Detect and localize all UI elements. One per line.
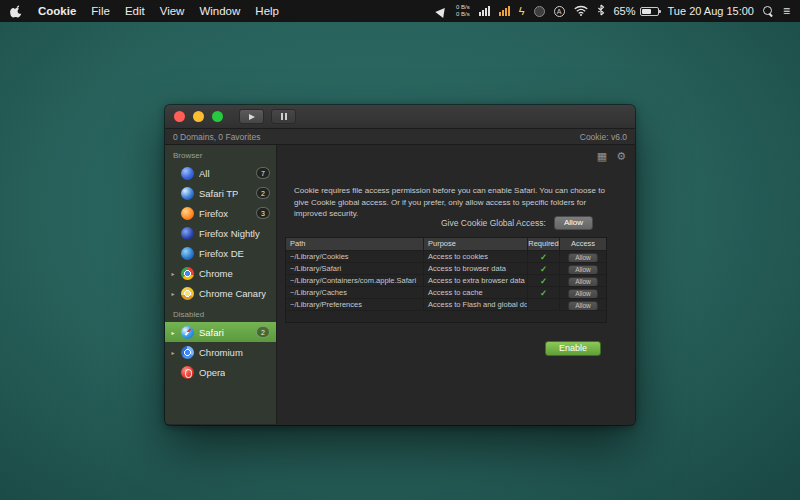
power-bolt-icon[interactable]: ϟ (519, 6, 525, 16)
row-allow-button[interactable]: Allow (568, 253, 598, 263)
cookie-app-window: 0 Domains, 0 Favorites Cookie: v6.0 Brow… (165, 105, 635, 425)
sidebar-item-firefox[interactable]: Firefox 3 (165, 203, 276, 223)
network-speed-indicator[interactable]: 0 B/s 0 B/s (456, 4, 470, 18)
disclosure-icon[interactable]: ▸ (170, 349, 176, 356)
menubar-clock[interactable]: Tue 20 Aug 15:00 (668, 5, 754, 17)
close-button[interactable] (174, 111, 185, 122)
path-cell: ~/Library/Safari (286, 263, 424, 274)
sidebar-item-all[interactable]: All 7 (165, 163, 276, 183)
menu-window[interactable]: Window (199, 5, 240, 17)
minimize-button[interactable] (193, 111, 204, 122)
sidebar-item-firefox-de[interactable]: Firefox DE (165, 243, 276, 263)
sidebar-item-safari-tp[interactable]: Safari TP 2 (165, 183, 276, 203)
purpose-cell: Access to extra browser data (424, 275, 528, 286)
pause-button[interactable] (271, 109, 296, 124)
location-services-icon[interactable] (435, 4, 448, 17)
column-header-purpose: Purpose (424, 238, 528, 250)
sidebar-item-firefox-nightly[interactable]: Firefox Nightly (165, 223, 276, 243)
pause-icon (281, 113, 287, 120)
row-allow-button[interactable]: Allow (568, 289, 598, 299)
network-up-speed: 0 B/s (456, 4, 470, 11)
window-statusbar: 0 Domains, 0 Favorites Cookie: v6.0 (165, 129, 635, 145)
chromium-icon (181, 346, 194, 359)
menu-edit[interactable]: Edit (125, 5, 145, 17)
table-view-icon[interactable]: ▦ (597, 150, 607, 163)
apple-menu-icon[interactable] (10, 4, 23, 18)
required-check-icon: ✓ (528, 263, 560, 274)
firefox-icon (181, 207, 194, 220)
sidebar-section-disabled: Disabled (165, 307, 276, 322)
zoom-button[interactable] (212, 111, 223, 122)
sidebar-item-opera[interactable]: Opera (165, 362, 276, 382)
sidebar-item-chrome[interactable]: ▸ Chrome (165, 263, 276, 283)
stats-meter-icon[interactable] (499, 6, 510, 16)
safari-tp-icon (181, 187, 194, 200)
path-cell: ~/Library/Caches (286, 287, 424, 298)
play-button[interactable] (239, 109, 264, 124)
table-row: ~/Library/Safari Access to browser data … (286, 263, 606, 275)
enable-button[interactable]: Enable (545, 341, 601, 356)
disclosure-icon[interactable]: ▸ (170, 329, 176, 336)
disclosure-icon[interactable]: ▸ (170, 270, 176, 277)
column-header-required: Required (528, 238, 560, 250)
column-header-access: Access (560, 238, 606, 250)
chrome-canary-icon (181, 287, 194, 300)
required-check-icon: ✓ (528, 287, 560, 298)
purpose-cell: Access to Flash and global dow (424, 299, 528, 310)
disclosure-icon[interactable]: ▸ (170, 290, 176, 297)
menu-help[interactable]: Help (255, 5, 279, 17)
menu-bar: Cookie File Edit View Window Help 0 B/s … (0, 0, 800, 22)
count-badge: 2 (256, 187, 270, 199)
menubar-app-name[interactable]: Cookie (38, 5, 76, 17)
menu-view[interactable]: View (160, 5, 185, 17)
opera-icon (181, 366, 194, 379)
purpose-cell: Access to cookies (424, 251, 528, 262)
column-header-path: Path (286, 238, 424, 250)
chrome-icon (181, 267, 194, 280)
notification-center-icon[interactable]: ≡ (783, 4, 790, 18)
required-check-icon: ✓ (528, 275, 560, 286)
row-allow-button[interactable]: Allow (568, 301, 598, 311)
path-cell: ~/Library/Containers/com.apple.Safari (286, 275, 424, 286)
global-allow-button[interactable]: Allow (554, 216, 593, 230)
purpose-cell: Access to browser data (424, 263, 528, 274)
all-browsers-icon (181, 167, 194, 180)
row-allow-button[interactable]: Allow (568, 277, 598, 287)
settings-gear-icon[interactable]: ⚙ (616, 150, 626, 163)
count-badge: 2 (256, 326, 270, 338)
count-badge: 7 (256, 167, 270, 179)
menu-file[interactable]: File (91, 5, 110, 17)
app-badge-icon[interactable]: A (554, 6, 565, 17)
status-circle-icon[interactable] (534, 6, 545, 17)
spotlight-search-icon[interactable] (763, 6, 774, 17)
table-row: ~/Library/Cookies Access to cookies ✓ Al… (286, 251, 606, 263)
path-cell: ~/Library/Cookies (286, 251, 424, 262)
table-header-row: Path Purpose Required Access (286, 238, 606, 251)
sidebar-item-chrome-canary[interactable]: ▸ Chrome Canary (165, 283, 276, 303)
battery-percent: 65% (614, 5, 636, 17)
sidebar-section-browser: Browser (165, 148, 276, 163)
global-access-label: Give Cookie Global Access: (441, 218, 546, 228)
table-row: ~/Library/Containers/com.apple.Safari Ac… (286, 275, 606, 287)
firefox-de-icon (181, 247, 194, 260)
window-titlebar[interactable] (165, 105, 635, 129)
safari-icon (181, 326, 194, 339)
table-row: ~/Library/Preferences Access to Flash an… (286, 299, 606, 311)
table-row: ~/Library/Caches Access to cache ✓ Allow (286, 287, 606, 299)
firefox-nightly-icon (181, 227, 194, 240)
network-down-speed: 0 B/s (456, 11, 470, 18)
bluetooth-icon[interactable] (597, 4, 605, 18)
row-allow-button[interactable]: Allow (568, 265, 598, 275)
activity-monitor-icon[interactable] (479, 6, 490, 16)
battery-icon (640, 7, 659, 16)
sidebar-item-chromium[interactable]: ▸ Chromium (165, 342, 276, 362)
purpose-cell: Access to cache (424, 287, 528, 298)
sidebar-item-safari[interactable]: ▸ Safari 2 (165, 322, 276, 342)
path-cell: ~/Library/Preferences (286, 299, 424, 310)
wifi-icon[interactable] (574, 5, 588, 18)
count-badge: 3 (256, 207, 270, 219)
domains-favorites-count: 0 Domains, 0 Favorites (173, 132, 260, 142)
app-version: Cookie: v6.0 (580, 132, 627, 142)
required-check-icon (528, 299, 560, 310)
battery-indicator[interactable]: 65% (614, 5, 659, 17)
